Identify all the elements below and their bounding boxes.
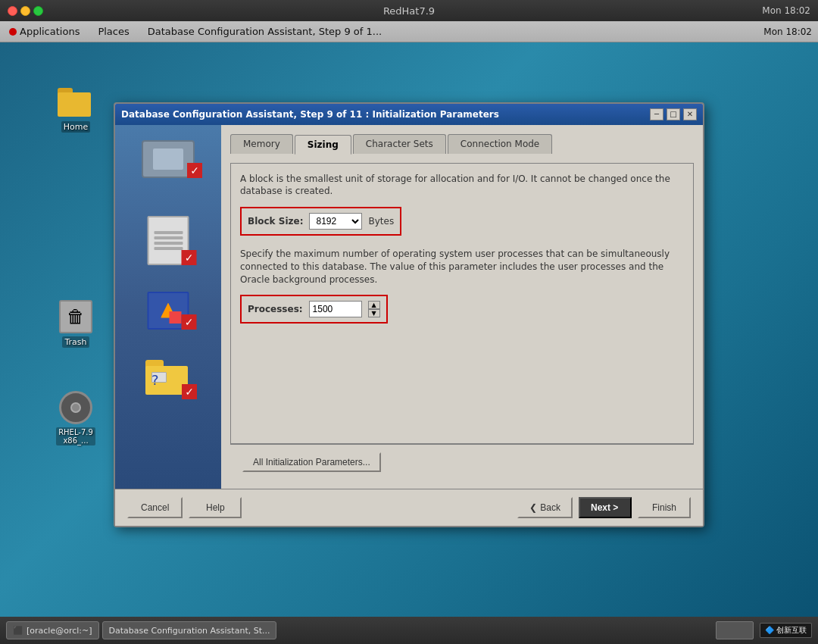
help-button[interactable]: Help: [189, 497, 242, 518]
dialog-title: Database Configuration Assistant, Step 9…: [121, 109, 499, 120]
back-arrow-icon: ❮: [529, 502, 537, 513]
applications-label: Applications: [20, 26, 80, 37]
appbar-applications[interactable]: Applications: [6, 24, 83, 39]
processes-label: Processes:: [248, 304, 303, 314]
chip-icon-area: ✓: [142, 140, 195, 178]
dialog-left-panel: ✓ ✓: [115, 125, 221, 489]
dialog-minimize-btn[interactable]: ─: [650, 108, 663, 120]
tab-character-sets[interactable]: Character Sets: [353, 134, 446, 154]
dialog-close-btn[interactable]: ✕: [683, 108, 697, 120]
block-size-description: A block is the smallest unit of storage …: [240, 173, 684, 199]
dialog: Database Configuration Assistant, Step 9…: [114, 102, 704, 527]
minimize-traffic-light[interactable]: [20, 6, 30, 16]
dialog-overlay: Database Configuration Assistant, Step 9…: [0, 42, 818, 617]
footer-left-buttons: Cancel Help: [127, 497, 242, 518]
all-params-area: All Initialization Parameters...: [230, 444, 694, 480]
redhat-icon: [9, 28, 17, 36]
back-label: Back: [540, 502, 560, 513]
block-size-select[interactable]: 8192 4096 16384 32768: [309, 213, 362, 230]
menubar-right: Mon 18:02: [762, 5, 810, 16]
taskbar: ⬛ [oracle@orcl:~] Database Configuration…: [0, 617, 818, 644]
desktop-area: Home 🗑 Trash RHEL-7.9x86_... Database Co…: [0, 42, 818, 617]
maximize-traffic-light[interactable]: [33, 6, 43, 16]
cancel-button[interactable]: Cancel: [127, 497, 183, 518]
all-params-button[interactable]: All Initialization Parameters...: [242, 452, 381, 472]
appbar-places[interactable]: Places: [95, 24, 132, 39]
traffic-lights: [8, 6, 43, 16]
processes-decrement-btn[interactable]: ▼: [368, 309, 380, 317]
window-title-text: Database Configuration Assistant, Step 9…: [148, 26, 382, 37]
checkmark-3: ✓: [182, 314, 197, 330]
taskbar-terminal-btn[interactable]: ⬛ [oracle@orcl:~]: [6, 621, 99, 639]
clock: Mon 18:02: [762, 5, 810, 16]
processes-increment-btn[interactable]: ▲: [368, 301, 380, 309]
dialog-titlebar: Database Configuration Assistant, Step 9…: [115, 104, 703, 125]
watermark-brand: 创新互联: [776, 626, 807, 634]
places-label: Places: [98, 26, 129, 37]
block-size-row: Block Size: 8192 4096 16384 32768 Bytes: [240, 207, 401, 236]
next-button[interactable]: Next >: [579, 497, 632, 518]
appbar: Applications Places Database Configurati…: [0, 21, 818, 42]
tab-connection-mode[interactable]: Connection Mode: [448, 134, 552, 154]
shapes-icon-area: ✓: [148, 292, 189, 330]
appbar-time: Mon 18:02: [763, 27, 812, 37]
close-traffic-light[interactable]: [8, 6, 17, 16]
window-titlebar: RedHat7.9 Mon 18:02: [0, 0, 818, 21]
block-size-label: Block Size:: [248, 216, 303, 227]
tab-sizing[interactable]: Sizing: [295, 135, 351, 155]
taskbar-assistant-btn[interactable]: Database Configuration Assistant, St...: [102, 621, 277, 639]
dialog-footer: Cancel Help ❮ Back Next > Finish: [115, 489, 703, 526]
watermark-text: 🔷: [765, 626, 776, 634]
tab-content-sizing: A block is the smallest unit of storage …: [230, 163, 694, 444]
next-label: Next >: [591, 502, 618, 513]
processes-row: Processes: ▲ ▼: [240, 295, 388, 324]
dialog-body: ✓ ✓: [115, 125, 703, 489]
terminal-label: [oracle@orcl:~]: [27, 626, 92, 636]
processes-description: Specify the maximum number of operating …: [240, 248, 684, 286]
checkmark-4: ✓: [182, 384, 197, 399]
finish-button[interactable]: Finish: [638, 497, 691, 518]
taskbar-right: 🔷 创新互联: [716, 621, 812, 639]
desktop: RedHat7.9 Mon 18:02 Applications Places …: [0, 0, 818, 644]
dialog-maximize-btn[interactable]: □: [667, 108, 680, 120]
checkmark-2: ✓: [182, 250, 197, 265]
dialog-controls: ─ □ ✕: [650, 108, 697, 120]
assistant-label: Database Configuration Assistant, St...: [109, 626, 270, 636]
block-size-unit: Bytes: [368, 216, 394, 227]
tabs-container: Memory Sizing Character Sets Connection …: [230, 134, 694, 154]
doc-icon-area-1: ✓: [148, 216, 189, 265]
watermark: 🔷 创新互联: [760, 623, 812, 638]
appbar-window-title: Database Configuration Assistant, Step 9…: [145, 24, 385, 39]
taskbar-indicator: [716, 621, 754, 639]
checkmark-1: ✓: [187, 163, 202, 178]
back-button[interactable]: ❮ Back: [517, 497, 573, 518]
folder-icon-area-2: ? ✓: [145, 360, 191, 398]
processes-spinner: ▲ ▼: [368, 301, 380, 317]
tab-memory[interactable]: Memory: [230, 134, 293, 154]
window-title: RedHat7.9: [383, 5, 435, 17]
dialog-right-panel: Memory Sizing Character Sets Connection …: [221, 125, 703, 489]
footer-right-buttons: ❮ Back Next > Finish: [517, 497, 691, 518]
terminal-icon: ⬛: [13, 626, 23, 636]
appbar-clock: Mon 18:02: [763, 27, 812, 37]
processes-input[interactable]: [309, 301, 362, 317]
